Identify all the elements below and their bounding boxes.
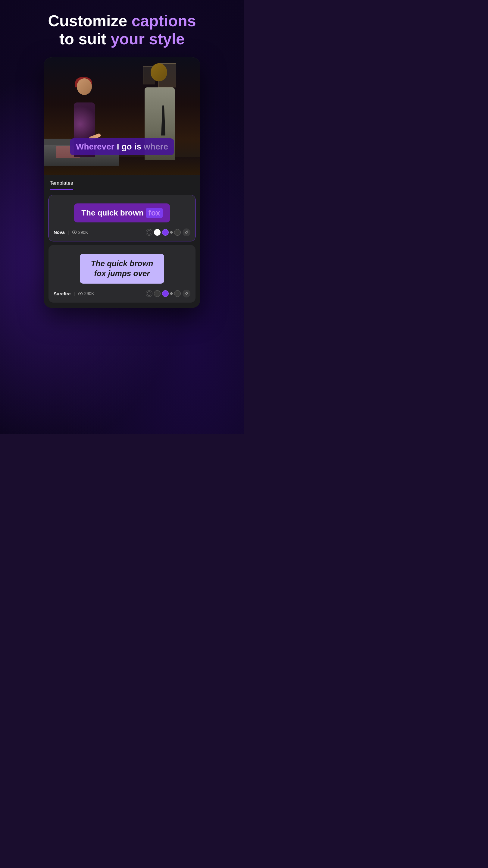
main-content: Customize captions to suit your style (0, 0, 244, 308)
eye-icon-nova (72, 230, 77, 234)
nova-swatch-purple[interactable] (162, 229, 169, 236)
caption-word-go: go (121, 142, 132, 152)
nova-swatch-dark[interactable] (174, 229, 181, 236)
template-card-nova[interactable]: The quick brown fox Nova | (48, 195, 195, 241)
surefire-views: 290K (78, 291, 94, 296)
page-title: Customize captions to suit your style (48, 12, 196, 48)
nova-view-count: 290K (78, 230, 88, 235)
p1-head (77, 79, 92, 95)
surefire-name: Surefire (54, 291, 71, 296)
nova-edit-button[interactable] (183, 228, 190, 236)
headline-captions: captions (132, 12, 196, 30)
surefire-footer: Surefire | 290K (49, 290, 195, 302)
pencil-icon (184, 230, 189, 235)
svg-point-1 (79, 293, 81, 294)
p2-tie (161, 105, 165, 135)
nova-swatch-outline[interactable] (146, 229, 153, 236)
templates-tab-bar: Templates (44, 175, 200, 192)
svg-point-0 (73, 231, 75, 233)
scene: Wherever I go is where (44, 57, 200, 175)
surefire-divider: | (74, 291, 75, 296)
nova-text-main: The quick brown (82, 208, 144, 218)
nova-caption-box: The quick brown fox (74, 204, 170, 222)
surefire-swatch-outline[interactable] (146, 290, 153, 297)
nova-text-highlight: fox (146, 208, 163, 218)
nova-divider: | (68, 230, 69, 235)
surefire-swatch-purple[interactable] (162, 290, 169, 297)
caption-word-i: I (117, 142, 119, 152)
nova-name-section: Nova | 290K (54, 230, 88, 235)
nova-name: Nova (54, 230, 65, 235)
headline-line1: Customize captions (48, 12, 196, 30)
surefire-preview: The quick brown fox jumps over (49, 245, 195, 290)
surefire-swatch-dot (170, 292, 173, 295)
p2-head (151, 63, 167, 82)
headline-to-suit: to suit (59, 30, 110, 48)
headline-line2: to suit your style (59, 30, 185, 48)
nova-swatch-dot (170, 231, 173, 234)
eye-icon-surefire (78, 292, 83, 296)
nova-swatch-group (146, 229, 181, 236)
headline-customize: Customize (48, 12, 131, 30)
headline-your-style: your style (110, 30, 185, 48)
template-card-surefire[interactable]: The quick brown fox jumps over Surefire … (48, 245, 195, 303)
surefire-swatch-dark[interactable] (154, 290, 161, 297)
video-section: Wherever I go is where (44, 57, 200, 175)
templates-section: Templates The quick brown fox Nova | (44, 175, 200, 308)
phone-card: Wherever I go is where Templates The qui… (44, 57, 200, 308)
caption-word-wherever: Wherever (76, 142, 115, 152)
surefire-name-section: Surefire | 290K (54, 291, 94, 296)
surefire-swatches (146, 290, 190, 298)
surefire-text: The quick brown fox jumps over (91, 259, 153, 278)
nova-swatches (146, 228, 190, 236)
caption-word-where: where (144, 142, 168, 152)
nova-preview: The quick brown fox (49, 195, 195, 228)
surefire-swatch-dark2[interactable] (174, 290, 181, 297)
video-caption-bar: Wherever I go is where (70, 138, 174, 155)
tab-templates[interactable]: Templates (50, 180, 73, 190)
templates-list: The quick brown fox Nova | (44, 192, 200, 305)
pencil-icon-surefire (184, 291, 189, 296)
surefire-view-count: 290K (84, 291, 94, 296)
surefire-caption-box: The quick brown fox jumps over (80, 254, 164, 284)
surefire-edit-button[interactable] (183, 290, 190, 298)
surefire-swatch-group (146, 290, 181, 297)
caption-word-is: is (134, 142, 141, 152)
headline-section: Customize captions to suit your style (36, 12, 208, 48)
nova-footer: Nova | 290K (49, 228, 195, 241)
nova-swatch-white[interactable] (154, 229, 161, 236)
nova-views: 290K (72, 230, 88, 235)
